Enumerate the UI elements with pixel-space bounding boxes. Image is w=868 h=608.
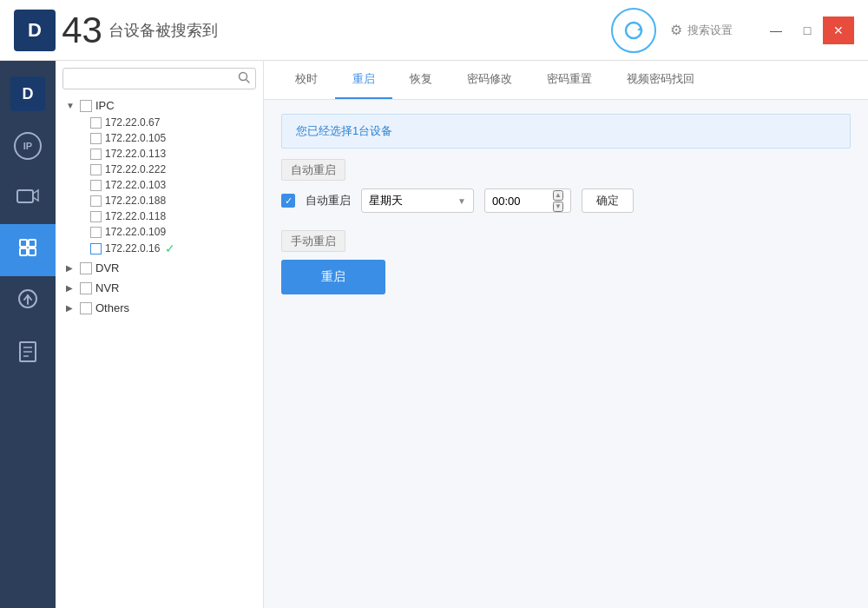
leaf-checkbox[interactable]: [90, 195, 102, 207]
refresh-icon: [622, 19, 645, 42]
nvr-label: NVR: [95, 281, 119, 294]
auto-restart-label: 自动重启: [306, 193, 351, 208]
list-item[interactable]: 172.22.0.188: [87, 193, 256, 208]
tabs-bar: 校时 重启 恢复 密码修改 密码重置 视频密码找回: [264, 61, 868, 100]
selection-info: 您已经选择1台设备: [281, 114, 851, 149]
leaf-checkbox-checked[interactable]: [90, 243, 102, 254]
tree-group-dvr-header[interactable]: ▶ DVR: [62, 259, 256, 277]
svg-line-14: [247, 80, 249, 83]
device-ip: 172.22.0.109: [105, 226, 166, 238]
ipc-label: IPC: [95, 99, 115, 112]
tab-restore[interactable]: 恢复: [392, 61, 450, 99]
minimize-button[interactable]: —: [760, 17, 792, 44]
auto-restart-checkbox[interactable]: [281, 194, 295, 208]
list-item[interactable]: 172.22.0.16 ✓: [87, 240, 256, 257]
tab-pwd-reset[interactable]: 密码重置: [529, 61, 609, 99]
others-arrow-icon: ▶: [66, 303, 76, 313]
leaf-checkbox[interactable]: [90, 180, 102, 191]
device-ip: 172.22.0.103: [105, 179, 166, 191]
time-input[interactable]: 00:00 ▲ ▼: [484, 188, 571, 213]
tree-group-dvr: ▶ DVR: [62, 259, 256, 277]
maximize-button[interactable]: □: [792, 17, 823, 44]
device-ip: 172.22.0.222: [105, 163, 166, 175]
device-ip: 172.22.0.188: [105, 195, 166, 207]
tab-content-restart: 您已经选择1台设备 自动重启 自动重启 星期天 ▼: [264, 100, 868, 608]
search-settings[interactable]: ⚙ 搜索设置: [670, 22, 733, 38]
ipc-children: 172.22.0.67 172.22.0.105 172.22.0.113: [62, 115, 256, 257]
list-item[interactable]: 172.22.0.113: [87, 146, 256, 162]
manual-restart-section-label: 手动重启: [281, 230, 345, 252]
svg-rect-1: [17, 190, 33, 202]
day-dropdown[interactable]: 星期天 ▼: [361, 188, 474, 213]
camera-icon: [16, 186, 40, 210]
main-layout: D IP: [0, 61, 868, 608]
leaf-checkbox[interactable]: [90, 117, 102, 129]
close-button[interactable]: ✕: [823, 17, 854, 44]
sidebar-item-upgrade[interactable]: [0, 276, 56, 328]
dvr-label: DVR: [95, 261, 119, 274]
time-down-button[interactable]: ▼: [553, 202, 563, 212]
ipc-checkbox[interactable]: [80, 100, 92, 112]
confirm-button[interactable]: 确定: [582, 188, 634, 213]
device-ip: 172.22.0.16: [105, 242, 160, 254]
sidebar-item-camera[interactable]: [0, 172, 56, 224]
leaf-checkbox[interactable]: [90, 164, 102, 175]
time-arrows: ▲ ▼: [553, 190, 563, 212]
refresh-button[interactable]: [611, 8, 656, 53]
tree-group-nvr-header[interactable]: ▶ NVR: [62, 279, 256, 297]
sidebar-item-tools[interactable]: [0, 224, 56, 276]
header: D 43 台设备被搜索到 ⚙ 搜索设置 — □ ✕: [0, 0, 868, 61]
dvr-checkbox[interactable]: [80, 262, 92, 274]
content-area: ▼ IPC 172.22.0.67 172.22.0.105: [56, 61, 868, 608]
check-icon: ✓: [165, 241, 175, 255]
sidebar-logo-icon: D: [10, 76, 45, 111]
search-input[interactable]: [69, 73, 238, 85]
list-item[interactable]: 172.22.0.105: [87, 130, 256, 146]
svg-rect-5: [20, 248, 27, 255]
tab-vid-pwd[interactable]: 视频密码找回: [609, 61, 712, 99]
logo-text: D: [28, 19, 42, 42]
restart-button[interactable]: 重启: [281, 260, 385, 294]
auto-restart-row: 自动重启 星期天 ▼ 00:00 ▲ ▼ 确定: [281, 188, 851, 213]
list-item[interactable]: 172.22.0.67: [87, 115, 256, 130]
leaf-checkbox[interactable]: [90, 227, 102, 238]
search-button[interactable]: [238, 71, 250, 86]
tab-restart[interactable]: 重启: [335, 61, 392, 99]
svg-rect-4: [29, 240, 36, 247]
ip-icon: IP: [14, 132, 42, 160]
search-settings-label: 搜索设置: [687, 23, 733, 38]
device-ip: 172.22.0.118: [105, 210, 166, 222]
leaf-checkbox[interactable]: [90, 211, 102, 222]
time-up-button[interactable]: ▲: [553, 190, 563, 201]
list-item[interactable]: 172.22.0.103: [87, 177, 256, 193]
page-title: 台设备被搜索到: [108, 20, 218, 41]
sidebar-item-ip[interactable]: IP: [0, 120, 56, 172]
left-panel: ▼ IPC 172.22.0.67 172.22.0.105: [56, 61, 264, 608]
list-item[interactable]: 172.22.0.118: [87, 208, 256, 224]
list-item[interactable]: 172.22.0.109: [87, 224, 256, 240]
nvr-arrow-icon: ▶: [66, 283, 76, 293]
tree-group-others-header[interactable]: ▶ Others: [62, 299, 256, 317]
day-dropdown-value: 星期天: [369, 193, 403, 208]
tab-sync[interactable]: 校时: [278, 61, 335, 99]
svg-rect-6: [29, 248, 36, 255]
device-ip: 172.22.0.105: [105, 132, 166, 144]
header-right: ⚙ 搜索设置 — □ ✕: [611, 8, 868, 53]
tree-group-ipc: ▼ IPC 172.22.0.67 172.22.0.105: [62, 96, 256, 257]
device-ip: 172.22.0.113: [105, 148, 166, 160]
tab-pwd-change[interactable]: 密码修改: [450, 61, 529, 99]
sidebar-item-docs[interactable]: [0, 328, 56, 380]
app-logo: D: [14, 10, 56, 51]
sidebar: D IP: [0, 61, 56, 608]
list-item[interactable]: 172.22.0.222: [87, 162, 256, 177]
leaf-checkbox[interactable]: [90, 133, 102, 144]
nvr-checkbox[interactable]: [80, 282, 92, 294]
others-checkbox[interactable]: [80, 302, 92, 314]
device-ip: 172.22.0.67: [105, 116, 160, 129]
upgrade-icon: [17, 288, 38, 316]
svg-point-13: [240, 73, 247, 81]
right-panel: 校时 重启 恢复 密码修改 密码重置 视频密码找回 您已经选择1台设备 自动重启: [264, 61, 868, 608]
tree-group-ipc-header[interactable]: ▼ IPC: [62, 96, 256, 115]
leaf-checkbox[interactable]: [90, 149, 102, 160]
gear-icon: ⚙: [670, 22, 682, 38]
